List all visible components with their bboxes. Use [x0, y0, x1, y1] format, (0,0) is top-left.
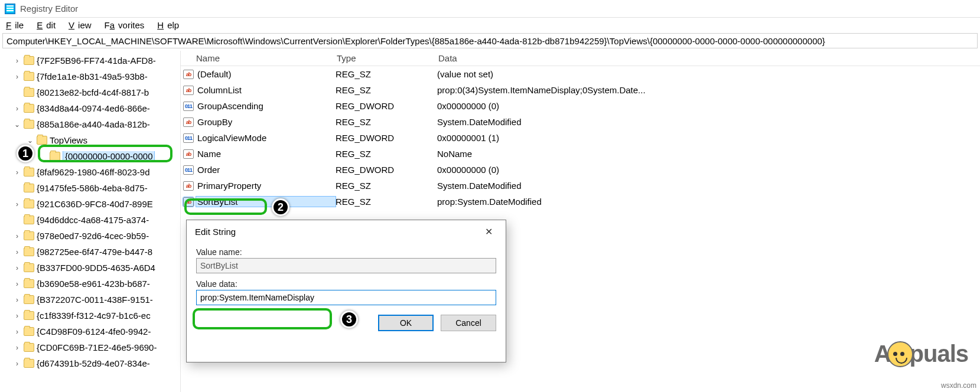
tree-item-label: {80213e82-bcfd-4c4f-8817-b [37, 87, 149, 97]
expand-icon[interactable]: › [13, 73, 21, 81]
tree-item-label: {8faf9629-1980-46ff-8023-9d [37, 167, 150, 177]
tree-item[interactable]: ›{982725ee-6f47-479e-b447-8 [0, 244, 180, 260]
regedit-icon [5, 4, 15, 14]
string-value-icon [183, 197, 194, 207]
tree-item-label: {7F2F5B96-FF74-41da-AFD8- [37, 55, 156, 66]
folder-icon [24, 327, 34, 336]
address-bar[interactable]: Computer\HKEY_LOCAL_MACHINE\SOFTWARE\Mic… [2, 33, 978, 48]
tree-item-label: {CD0FC69B-71E2-46e5-9690- [37, 342, 157, 352]
tree-item[interactable]: ›{8faf9629-1980-46ff-8023-9d [0, 164, 180, 180]
value-row[interactable]: ColumnListREG_SZprop:0(34)System.ItemNam… [181, 82, 980, 98]
menu-help[interactable]: Help [154, 19, 186, 31]
value-type: REG_SZ [336, 69, 437, 79]
tree-item[interactable]: ›{c1f8339f-f312-4c97-b1c6-ec [0, 308, 180, 324]
cancel-button[interactable]: Cancel [441, 315, 496, 331]
value-row[interactable]: LogicalViewModeREG_DWORD0x00000001 (1) [181, 130, 980, 146]
string-value-icon [183, 86, 194, 95]
watermark: wsxdn.com [941, 381, 976, 390]
value-row[interactable]: GroupByREG_SZSystem.DateModified [181, 114, 980, 130]
expand-icon[interactable]: › [13, 344, 21, 352]
list-header[interactable]: Name Type Data [181, 51, 980, 66]
folder-icon [24, 168, 34, 177]
tree-item[interactable]: ›{CD0FC69B-71E2-46e5-9690- [0, 339, 180, 355]
value-type: REG_SZ [336, 197, 437, 207]
menu-view[interactable]: View [65, 19, 99, 31]
expand-icon[interactable]: › [13, 312, 21, 320]
value-row[interactable]: (Default)REG_SZ(value not set) [181, 66, 980, 82]
tree-item[interactable]: ›{b3690e58-e961-423b-b687- [0, 276, 180, 292]
tree-item[interactable]: ›{B337FD00-9DD5-4635-A6D4 [0, 260, 180, 276]
callout-badge-1: 1 [17, 145, 34, 162]
tree-item[interactable]: {91475fe5-586b-4eba-8d75- [0, 180, 180, 196]
expand-icon[interactable]: › [13, 296, 21, 304]
value-row[interactable]: NameREG_SZNoName [181, 146, 980, 162]
folder-icon [24, 56, 34, 65]
expand-icon[interactable]: › [13, 168, 21, 177]
expand-icon[interactable]: › [13, 57, 21, 65]
string-value-icon [183, 181, 194, 191]
folder-icon [50, 152, 60, 161]
header-type[interactable]: Type [337, 53, 438, 63]
header-name[interactable]: Name [181, 53, 337, 63]
header-data[interactable]: Data [438, 53, 980, 63]
expand-icon[interactable]: › [13, 232, 21, 240]
expand-icon[interactable]: ⌄ [13, 120, 21, 129]
expand-icon[interactable]: › [13, 200, 21, 208]
folder-icon [37, 136, 47, 145]
string-value-icon [183, 70, 194, 79]
folder-icon [24, 295, 34, 304]
value-name: GroupAscending [196, 101, 336, 111]
value-row[interactable]: GroupAscendingREG_DWORD0x00000000 (0) [181, 98, 980, 114]
tree-item[interactable]: {94d6ddcc-4a68-4175-a374- [0, 212, 180, 228]
value-row[interactable]: OrderREG_DWORD0x00000000 (0) [181, 162, 980, 178]
value-name-input[interactable] [196, 258, 496, 273]
tree-item[interactable]: ⌄{885a186e-a440-4ada-812b- [0, 116, 180, 132]
folder-icon [24, 120, 34, 129]
folder-icon [24, 184, 34, 192]
tree-item[interactable]: ›{834d8a44-0974-4ed6-866e- [0, 100, 180, 116]
tree-item[interactable]: ›{d674391b-52d9-4e07-834e- [0, 355, 180, 371]
callout-badge-3: 3 [340, 311, 358, 328]
value-type: REG_SZ [336, 117, 437, 127]
tree-view[interactable]: ›{7F2F5B96-FF74-41da-AFD8-›{7fde1a1e-8b3… [0, 51, 181, 392]
value-row[interactable]: SortByListREG_SZprop:System.DateModified [181, 194, 980, 210]
appuals-face-icon [887, 341, 913, 367]
string-value-icon [183, 149, 194, 159]
menu-file[interactable]: File [2, 19, 31, 31]
tree-item[interactable]: {80213e82-bcfd-4c4f-8817-b [0, 84, 180, 100]
value-data: 0x00000001 (1) [437, 133, 980, 143]
folder-icon [24, 247, 34, 256]
expand-icon[interactable]: › [13, 104, 21, 113]
tree-item[interactable]: ›{B372207C-0011-438F-9151- [0, 292, 180, 308]
tree-item[interactable]: ›{7F2F5B96-FF74-41da-AFD8- [0, 53, 180, 68]
value-row[interactable]: PrimaryPropertyREG_SZSystem.DateModified [181, 178, 980, 194]
expand-icon[interactable]: › [13, 248, 21, 256]
tree-item[interactable]: ›{7fde1a1e-8b31-49a5-93b8- [0, 68, 180, 84]
menu-edit[interactable]: Edit [33, 19, 63, 31]
expand-icon[interactable]: ⌄ [26, 136, 34, 145]
tree-item[interactable]: ›{978e0ed7-92d6-4cec-9b59- [0, 228, 180, 244]
dword-value-icon [183, 133, 194, 143]
expand-icon[interactable]: › [13, 280, 21, 288]
folder-icon [24, 279, 34, 288]
tree-item[interactable]: ›{921C636D-9FC8-40d7-899E [0, 196, 180, 212]
tree-item[interactable]: ›{C4D98F09-6124-4fe0-9942- [0, 324, 180, 339]
tree-item-label: {978e0ed7-92d6-4cec-9b59- [37, 231, 149, 241]
value-type: REG_DWORD [336, 101, 437, 111]
value-data-input[interactable] [196, 290, 496, 305]
menu-favorites[interactable]: Favorites [101, 19, 152, 31]
folder-icon [24, 72, 34, 81]
value-name: Order [196, 165, 336, 175]
expand-icon[interactable]: › [13, 328, 21, 336]
ok-button[interactable]: OK [378, 315, 434, 331]
expand-icon[interactable]: › [13, 264, 21, 272]
value-data: (value not set) [437, 69, 980, 79]
expand-icon[interactable]: › [13, 360, 21, 368]
value-name-label: Value name: [196, 247, 496, 257]
close-icon[interactable]: ✕ [480, 224, 497, 240]
value-name: Name [196, 149, 336, 159]
tree-item-label: {7fde1a1e-8b31-49a5-93b8- [37, 71, 148, 81]
appuals-logo: Apuals [874, 341, 968, 367]
folder-icon [24, 263, 34, 272]
tree-item-label: {c1f8339f-f312-4c97-b1c6-ec [37, 311, 151, 321]
